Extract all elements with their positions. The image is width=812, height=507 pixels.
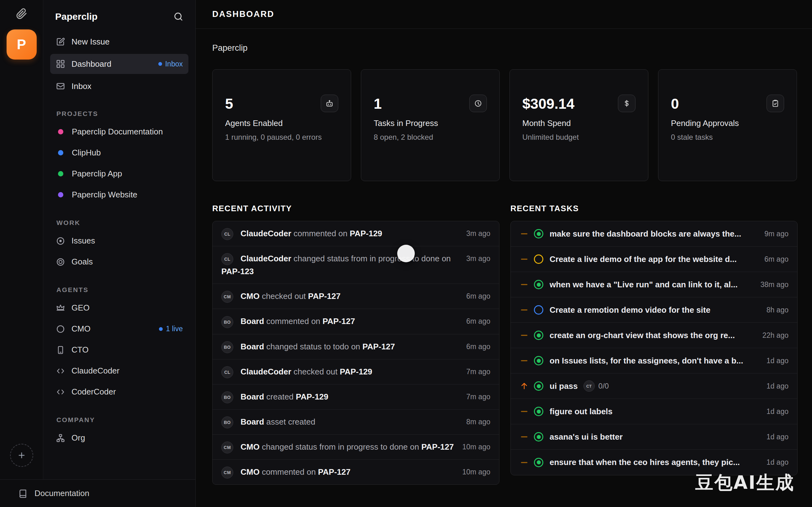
activity-row[interactable]: 7m ago CL ClaudeCoder checked out PAP-12… bbox=[213, 359, 499, 385]
sidebar-item[interactable]: ClaudeCoder bbox=[50, 360, 188, 381]
sidebar-section-title: AGENTS bbox=[56, 286, 182, 294]
sidebar-item[interactable]: Paperclip App bbox=[50, 163, 188, 184]
activity-action: commented on bbox=[262, 467, 316, 476]
sidebar-item[interactable]: CTO bbox=[50, 339, 188, 360]
add-workspace-button[interactable] bbox=[10, 444, 33, 467]
circle-dot-icon bbox=[56, 236, 65, 246]
sidebar-item-label: Org bbox=[71, 433, 85, 443]
task-status-icon[interactable] bbox=[534, 280, 543, 289]
recent-tasks-title: RECENT TASKS bbox=[510, 204, 798, 213]
stat-value: 0 bbox=[671, 97, 679, 111]
activity-row[interactable]: 8m ago BO Board asset created bbox=[213, 409, 499, 435]
activity-row[interactable]: 7m ago BO Board created PAP-129 bbox=[213, 385, 499, 409]
activity-time: 10m ago bbox=[462, 466, 490, 478]
task-row[interactable]: asana's ui is better 1d ago bbox=[511, 424, 797, 450]
activity-target[interactable]: PAP-129 bbox=[340, 367, 372, 376]
sidebar-item-label: CoderCoder bbox=[71, 387, 116, 397]
sidebar-item[interactable]: Paperclip Website bbox=[50, 184, 188, 205]
task-row[interactable]: on Issues lists, for the assignees, don'… bbox=[511, 348, 797, 374]
activity-time: 7m ago bbox=[466, 390, 490, 403]
search-icon[interactable] bbox=[173, 12, 183, 21]
task-status-dot bbox=[537, 232, 541, 236]
task-row[interactable]: Create a live demo of the app for the we… bbox=[511, 246, 797, 272]
task-status-icon[interactable] bbox=[534, 255, 543, 264]
task-status-icon[interactable] bbox=[534, 381, 543, 391]
sidebar-item[interactable]: GEO bbox=[50, 297, 188, 318]
activity-time: 10m ago bbox=[462, 441, 490, 453]
task-status-icon[interactable] bbox=[534, 458, 543, 467]
recent-activity-title: RECENT ACTIVITY bbox=[212, 204, 499, 213]
sidebar-section-items: Paperclip Documentation ClipHub bbox=[43, 121, 195, 205]
task-status-icon[interactable] bbox=[534, 407, 543, 416]
task-time: 38m ago bbox=[754, 280, 789, 289]
watermark: 豆包AI生成 bbox=[695, 471, 795, 495]
task-status-icon[interactable] bbox=[534, 356, 543, 365]
project-color-dot-icon bbox=[58, 129, 63, 134]
sidebar-item[interactable]: Paperclip Documentation bbox=[50, 121, 188, 142]
activity-action: checked out bbox=[262, 291, 306, 301]
activity-target[interactable]: PAP-123 bbox=[221, 267, 254, 276]
sidebar-item-label: CTO bbox=[71, 345, 89, 355]
task-status-icon[interactable] bbox=[534, 229, 543, 238]
sidebar-item-label: Goals bbox=[71, 257, 93, 267]
stat-cards: 5 Agents Enabled 1 running, 0 paused, 0 … bbox=[212, 69, 798, 181]
activity-list: 3m ago CL ClaudeCoder commented on PAP-1… bbox=[212, 221, 499, 485]
book-icon bbox=[18, 489, 28, 498]
task-title: make sure the dashboard blocks are alway… bbox=[550, 229, 741, 239]
sidebar-item[interactable]: Org bbox=[50, 428, 188, 448]
activity-row[interactable]: 6m ago BO Board changed status to todo o… bbox=[213, 334, 499, 359]
sidebar-nav-item[interactable]: Inbox bbox=[50, 76, 188, 96]
task-status-icon[interactable] bbox=[534, 305, 543, 315]
sidebar-nav-item[interactable]: New Issue bbox=[50, 32, 188, 52]
task-status-icon[interactable] bbox=[534, 331, 543, 340]
sidebar-item[interactable]: Goals bbox=[50, 251, 188, 272]
activity-target[interactable]: PAP-127 bbox=[363, 342, 395, 351]
activity-target[interactable]: PAP-127 bbox=[323, 317, 355, 326]
avatar: CM bbox=[221, 291, 233, 303]
sidebar-item[interactable]: CMO 1 live bbox=[50, 318, 188, 339]
activity-row[interactable]: 6m ago BO Board commented on PAP-127 bbox=[213, 309, 499, 334]
task-row[interactable]: when we have a "Live run" and can link t… bbox=[511, 272, 797, 297]
sidebar-nav-item-label: Inbox bbox=[71, 81, 92, 91]
stat-subtext: Unlimited budget bbox=[522, 132, 626, 143]
activity-action: created bbox=[267, 392, 294, 401]
activity-row[interactable]: 6m ago CM CMO checked out PAP-127 bbox=[213, 284, 499, 309]
sidebar-section: AGENTS GEO bbox=[43, 286, 195, 402]
sidebar-nav-item[interactable]: Dashboard Inbox bbox=[50, 54, 188, 74]
task-time: 9m ago bbox=[758, 230, 789, 238]
app-rail: P bbox=[0, 0, 43, 480]
page-header: DASHBOARD bbox=[196, 0, 812, 29]
activity-action: changed status from in progress to done … bbox=[293, 254, 451, 263]
activity-target[interactable]: PAP-127 bbox=[421, 442, 454, 452]
activity-row[interactable]: 3m ago CL ClaudeCoder commented on PAP-1… bbox=[213, 221, 499, 246]
task-row[interactable]: Create a remotion demo video for the sit… bbox=[511, 297, 797, 323]
activity-target[interactable]: PAP-127 bbox=[318, 467, 350, 476]
sidebar-item[interactable]: ClipHub bbox=[50, 142, 188, 163]
app-logo[interactable]: P bbox=[7, 30, 37, 60]
dash-icon bbox=[520, 255, 529, 264]
task-row[interactable]: make sure the dashboard blocks are alway… bbox=[511, 221, 797, 246]
bot-icon bbox=[321, 95, 338, 112]
sidebar-section: WORK Issues bbox=[43, 219, 195, 272]
activity-action: asset created bbox=[267, 417, 315, 427]
activity-target[interactable]: PAP-127 bbox=[308, 291, 341, 301]
activity-actor: Board bbox=[240, 392, 264, 401]
stat-label: Month Spend bbox=[522, 118, 636, 128]
activity-row[interactable]: 3m ago CL ClaudeCoder changed status fro… bbox=[213, 246, 499, 284]
task-row[interactable]: figure out labels 1d ago bbox=[511, 399, 797, 424]
activity-actor: CMO bbox=[240, 467, 260, 476]
activity-target[interactable]: PAP-129 bbox=[296, 392, 329, 401]
task-title: asana's ui is better bbox=[550, 432, 622, 442]
org-icon bbox=[56, 433, 65, 443]
activity-time: 6m ago bbox=[466, 290, 490, 302]
activity-row[interactable]: 10m ago CM CMO commented on PAP-127 bbox=[213, 460, 499, 485]
sidebar-item[interactable]: CoderCoder bbox=[50, 381, 188, 402]
circle-icon bbox=[56, 324, 65, 334]
task-row[interactable]: create an org-chart view that shows the … bbox=[511, 323, 797, 348]
activity-row[interactable]: 10m ago CM CMO changed status from in pr… bbox=[213, 435, 499, 460]
documentation-link[interactable]: Documentation bbox=[0, 480, 195, 507]
task-status-icon[interactable] bbox=[534, 432, 543, 442]
activity-target[interactable]: PAP-129 bbox=[350, 229, 382, 238]
task-row[interactable]: ui pass CT0/0 1d ago bbox=[511, 374, 797, 399]
sidebar-item[interactable]: Issues bbox=[50, 230, 188, 251]
